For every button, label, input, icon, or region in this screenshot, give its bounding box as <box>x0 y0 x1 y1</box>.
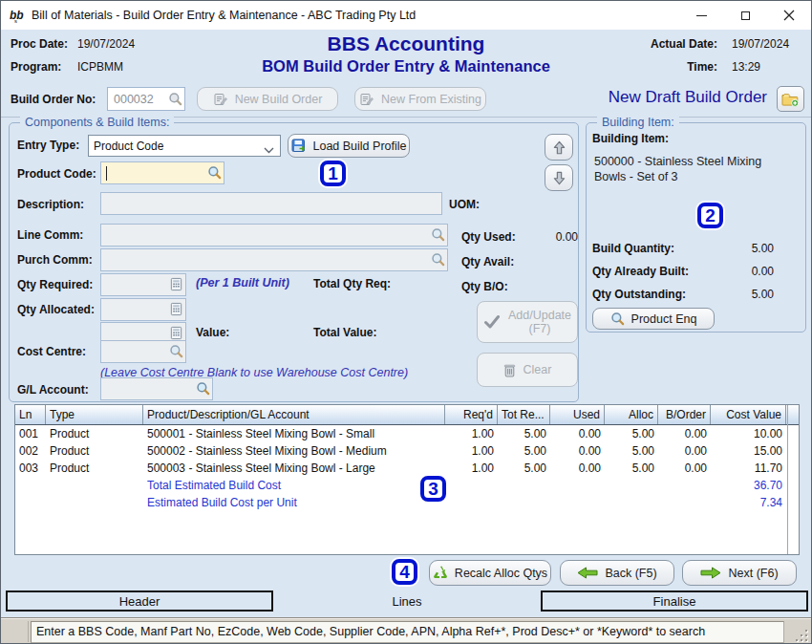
arrow-up-icon <box>553 140 566 155</box>
load-build-profile-label: Load Build Profile <box>313 140 407 153</box>
recalc-alloc-qtys-button[interactable]: Recalc Alloc Qtys <box>429 560 551 586</box>
search-icon <box>610 311 625 326</box>
qty-already-built-value: 0.00 <box>701 265 774 278</box>
building-item-text: 500000 - Stainless Steel Mixing Bowls - … <box>594 154 790 184</box>
cell-border: 0.00 <box>658 427 711 440</box>
cell-cost-value: 15.00 <box>711 444 786 458</box>
tab-finalise[interactable]: Finalise <box>541 590 808 612</box>
close-icon <box>783 10 795 21</box>
build-cost-per-unit-label: Estimated Build Cost per Unit <box>143 496 445 509</box>
gl-account-input[interactable] <box>100 377 213 400</box>
maximize-button[interactable] <box>723 1 767 30</box>
recycle-icon <box>433 566 448 580</box>
components-group: Components & Build Items: Entry Type: Pr… <box>9 122 579 402</box>
cell-used: 0.00 <box>550 462 605 475</box>
table-row[interactable]: 003 Product 500003 - Stainless Steel Mix… <box>15 460 799 477</box>
tab-header[interactable]: Header <box>6 590 273 612</box>
col-header-ln[interactable]: Ln <box>15 405 46 424</box>
per-built-unit-hint: (Per 1 Built Unit) <box>196 276 289 290</box>
cell-used: 0.00 <box>550 427 605 440</box>
calculator-icon[interactable] <box>169 302 183 320</box>
purch-comm-search-icon[interactable] <box>431 252 445 270</box>
building-item-group-label: Building Item: <box>597 116 679 129</box>
cell-type: Product <box>46 444 143 458</box>
col-header-used[interactable]: Used <box>550 405 605 424</box>
build-quantity-label: Build Quantity: <box>592 242 674 255</box>
qty-required-label: Qty Required: <box>17 278 93 291</box>
cell-reqd: 1.00 <box>445 427 498 440</box>
cell-ln: 001 <box>15 427 46 440</box>
back-button[interactable]: Back (F5) <box>560 560 674 586</box>
new-from-existing-button[interactable]: New From Existing <box>354 87 486 111</box>
col-header-cost-value[interactable]: Cost Value <box>711 405 786 424</box>
cell-type: Product <box>46 462 143 475</box>
product-code-search-icon[interactable] <box>207 165 222 183</box>
qty-used-value: 0.00 <box>502 230 578 244</box>
build-order-search-icon[interactable] <box>168 92 182 110</box>
col-header-type[interactable]: Type <box>46 405 143 424</box>
cell-cost-value: 10.00 <box>711 427 786 440</box>
new-build-order-button[interactable]: New Build Order <box>197 87 338 111</box>
cell-alloc: 5.00 <box>605 444 658 458</box>
col-header-tot-req[interactable]: Tot Re... <box>498 405 550 424</box>
cell-alloc: 5.00 <box>605 427 658 440</box>
description-input[interactable] <box>100 192 442 215</box>
actual-date-label: Actual Date: <box>612 37 717 51</box>
cost-centre-input[interactable] <box>100 340 186 363</box>
build-quantity-value: 5.00 <box>701 242 774 255</box>
new-document-icon <box>359 92 374 107</box>
new-build-order-label: New Build Order <box>235 93 323 106</box>
gl-account-search-icon[interactable] <box>196 381 210 399</box>
purch-comm-input[interactable] <box>100 248 448 271</box>
load-build-profile-button[interactable]: Load Build Profile <box>288 134 410 158</box>
clear-button[interactable]: Clear <box>477 353 578 387</box>
qty-allocated-label: Qty Allocated: <box>17 303 95 316</box>
cell-ln: 003 <box>15 462 46 475</box>
resize-grip-icon[interactable] <box>796 630 807 641</box>
actual-date-value: 19/07/2024 <box>732 37 789 51</box>
add-update-button[interactable]: Add/Update(F7) <box>477 301 578 343</box>
product-code-input[interactable] <box>100 161 224 184</box>
annotation-badge-1: 1 <box>320 161 346 186</box>
cell-product: 500001 - Stainless Steel Mixing Bowl - S… <box>143 427 445 440</box>
cell-cost-value: 11.70 <box>711 462 786 475</box>
new-draft-build-order-button[interactable] <box>777 86 804 112</box>
qty-allocated-input[interactable] <box>100 298 186 321</box>
cell-used: 0.00 <box>550 444 605 458</box>
cost-centre-search-icon[interactable] <box>169 344 183 362</box>
table-row[interactable]: 001 Product 500001 - Stainless Steel Mix… <box>15 425 799 442</box>
col-header-alloc[interactable]: Alloc <box>605 405 658 424</box>
col-header-reqd[interactable]: Req'd <box>445 405 498 424</box>
time-label: Time: <box>612 60 717 74</box>
build-order-no-field <box>107 87 185 111</box>
qty-outstanding-label: Qty Outstanding: <box>592 288 686 301</box>
new-document-icon <box>213 92 228 107</box>
qty-required-input[interactable] <box>100 273 186 296</box>
components-group-label: Components & Build Items: <box>20 116 174 129</box>
move-up-button[interactable] <box>545 134 573 161</box>
line-comm-input[interactable] <box>100 224 448 247</box>
product-enq-label: Product Enq <box>631 312 697 326</box>
product-enq-button[interactable]: Product Enq <box>592 308 715 330</box>
table-row[interactable]: 002 Product 500002 - Stainless Steel Mix… <box>15 442 799 460</box>
calculator-icon[interactable] <box>169 277 183 295</box>
col-header-product[interactable]: Product/Description/GL Account <box>143 405 445 424</box>
cell-product: 500003 - Stainless Steel Mixing Bowl - L… <box>143 462 445 475</box>
move-down-button[interactable] <box>545 164 573 191</box>
next-button[interactable]: Next (F6) <box>682 560 797 586</box>
tab-lines[interactable]: Lines <box>273 590 541 612</box>
qty-bo-label: Qty B/O: <box>461 280 508 293</box>
close-button[interactable] <box>767 1 811 30</box>
value-label: Value: <box>196 326 229 339</box>
total-build-cost-value: 36.70 <box>711 479 786 492</box>
col-header-border[interactable]: B/Order <box>658 405 711 424</box>
cell-tot-req: 5.00 <box>498 427 550 440</box>
cell-type: Product <box>46 427 143 440</box>
qty-avail-label: Qty Avail: <box>461 255 514 268</box>
minimize-button[interactable] <box>679 1 723 30</box>
entry-type-select[interactable]: Product Code <box>88 135 281 157</box>
annotation-badge-4: 4 <box>392 559 417 585</box>
total-qty-req-label: Total Qty Req: <box>313 277 391 290</box>
time-value: 13:29 <box>732 60 760 74</box>
line-comm-search-icon[interactable] <box>431 227 445 246</box>
